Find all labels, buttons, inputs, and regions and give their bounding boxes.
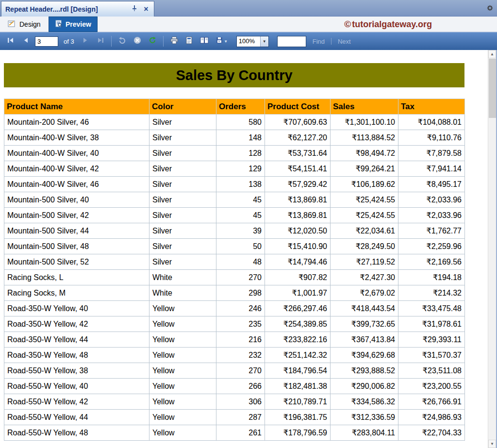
table-cell: 48 — [216, 254, 265, 270]
last-page-button[interactable] — [95, 35, 106, 48]
first-page-button[interactable] — [5, 35, 17, 48]
brand: © tutorialgateway.org — [344, 17, 432, 32]
table-cell: ₹266,297.46 — [265, 301, 331, 316]
table-cell: 246 — [216, 301, 265, 316]
page-number-input[interactable] — [35, 36, 58, 47]
preview-tab-label: Preview — [66, 20, 91, 28]
gear-icon — [486, 5, 494, 13]
table-cell: 50 — [216, 239, 265, 254]
column-header: Sales — [331, 99, 398, 115]
tab-preview[interactable]: Preview — [49, 17, 98, 32]
export-button[interactable]: ▼ — [214, 35, 230, 48]
scrollbar-thumb[interactable] — [489, 59, 496, 118]
toolbar-separator — [111, 36, 112, 47]
table-cell: ₹367,413.84 — [331, 332, 398, 348]
table-cell: 232 — [216, 348, 265, 363]
vertical-scrollbar[interactable]: ▲ ▼ — [488, 50, 496, 448]
report-table-header-row: Product NameColorOrdersProduct CostSales… — [4, 99, 465, 115]
mode-bar: Design Preview © tutorialgateway.org — [0, 17, 497, 32]
zoom-dropdown-button[interactable]: ▼ — [260, 36, 268, 47]
table-cell: 261 — [216, 425, 265, 441]
table-cell: ₹54,151.41 — [265, 161, 331, 177]
refresh-button[interactable] — [147, 35, 158, 48]
tab-design[interactable]: Design — [2, 17, 47, 32]
next-page-icon — [82, 37, 89, 46]
close-icon: × — [144, 5, 148, 13]
first-page-icon — [7, 37, 15, 46]
table-cell: ₹104,088.01 — [398, 115, 465, 130]
table-cell: Yellow — [149, 316, 216, 332]
table-cell: Silver — [149, 115, 216, 130]
design-icon — [8, 20, 17, 29]
chevron-down-icon: ▼ — [263, 39, 266, 44]
table-cell: ₹394,629.68 — [331, 348, 398, 363]
table-cell: ₹233,822.16 — [265, 332, 331, 348]
settings-button[interactable] — [486, 4, 494, 14]
zoom-select[interactable]: 100% ▼ — [236, 36, 269, 47]
table-row: Mountain-500 Silver, 44Silver39₹12,020.5… — [4, 223, 465, 239]
scroll-up-button[interactable]: ▲ — [488, 50, 496, 58]
table-cell: ₹2,427.30 — [331, 270, 398, 285]
table-cell: Racing Socks, M — [4, 285, 149, 301]
table-cell: Road-350-W Yellow, 42 — [4, 316, 149, 332]
table-cell: 235 — [216, 316, 265, 332]
table-cell: ₹28,249.50 — [331, 239, 398, 254]
table-cell: Road-550-W Yellow, 44 — [4, 410, 149, 425]
table-cell: Road-550-W Yellow, 42 — [4, 394, 149, 410]
print-layout-icon — [185, 36, 193, 46]
table-cell: Mountain-400-W Silver, 46 — [4, 177, 149, 192]
table-cell: ₹251,142.32 — [265, 348, 331, 363]
report-table-body: Mountain-200 Silver, 46Silver580₹707,609… — [4, 115, 465, 441]
table-cell: ₹184,796.54 — [265, 363, 331, 379]
table-cell: ₹418,443.54 — [331, 301, 398, 316]
table-cell: Silver — [149, 223, 216, 239]
table-cell: ₹26,766.91 — [398, 394, 465, 410]
table-cell: Mountain-500 Silver, 48 — [4, 239, 149, 254]
table-cell: ₹210,789.71 — [265, 394, 331, 410]
pin-button[interactable] — [131, 5, 138, 13]
table-cell: Mountain-500 Silver, 52 — [4, 254, 149, 270]
table-cell: ₹106,189.62 — [331, 177, 398, 192]
table-cell: Silver — [149, 254, 216, 270]
table-cell: Mountain-500 Silver, 44 — [4, 223, 149, 239]
next-link[interactable]: Next — [338, 38, 351, 45]
table-cell: ₹1,001.97 — [265, 285, 331, 301]
table-row: Mountain-200 Silver, 46Silver580₹707,609… — [4, 115, 465, 130]
table-cell: ₹12,020.50 — [265, 223, 331, 239]
table-cell: 128 — [216, 146, 265, 161]
back-icon — [118, 36, 126, 46]
previous-page-button[interactable] — [20, 35, 32, 48]
table-cell: ₹2,169.56 — [398, 254, 465, 270]
table-cell: ₹254,389.85 — [265, 316, 331, 332]
table-cell: 298 — [216, 285, 265, 301]
document-tab[interactable]: Repeat Header....rdl [Design] × — [1, 1, 154, 17]
next-page-button[interactable] — [80, 35, 91, 48]
table-cell: ₹7,941.14 — [398, 161, 465, 177]
table-cell: ₹99,264.21 — [331, 161, 398, 177]
close-button[interactable]: × — [142, 5, 150, 13]
table-cell: ₹23,511.08 — [398, 363, 465, 379]
scroll-down-button[interactable]: ▼ — [488, 440, 496, 448]
table-cell: White — [149, 270, 216, 285]
refresh-icon — [149, 36, 156, 46]
table-cell: ₹2,033.96 — [398, 208, 465, 223]
stop-button[interactable] — [132, 35, 143, 48]
table-cell: Mountain-500 Silver, 40 — [4, 192, 149, 208]
table-cell: Silver — [149, 130, 216, 146]
pages-total-label: of 3 — [64, 38, 74, 45]
table-cell: Mountain-400-W Silver, 38 — [4, 130, 149, 146]
table-cell: ₹29,393.11 — [398, 332, 465, 348]
brand-text: tutorialgateway.org — [352, 19, 432, 30]
find-input[interactable] — [277, 36, 306, 47]
table-row: Road-550-W Yellow, 44Yellow287₹196,381.7… — [4, 410, 465, 425]
table-cell: ₹27,119.52 — [331, 254, 398, 270]
table-cell: ₹57,929.42 — [265, 177, 331, 192]
table-cell: ₹707,609.63 — [265, 115, 331, 130]
table-cell: ₹31,978.61 — [398, 316, 465, 332]
print-layout-button[interactable] — [183, 35, 195, 48]
print-button[interactable] — [168, 35, 180, 48]
find-link[interactable]: Find — [313, 38, 325, 45]
page-setup-button[interactable] — [199, 35, 210, 48]
table-cell: ₹283,804.11 — [331, 425, 398, 441]
back-button[interactable] — [116, 35, 128, 48]
